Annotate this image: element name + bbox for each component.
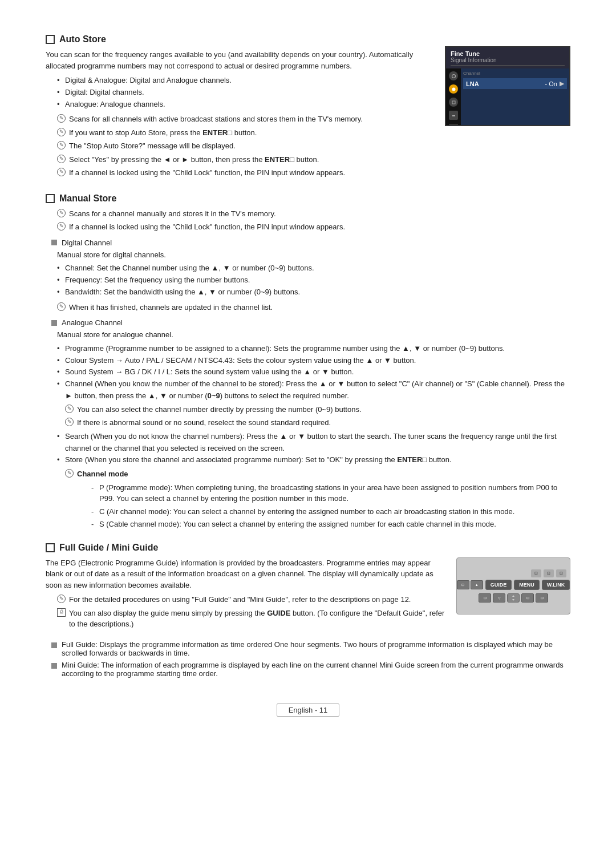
note-icon-2: ✎ [57, 141, 66, 149]
dash-item-1: C (Air channel mode): You can select a c… [65, 506, 570, 518]
manual-store-note-0: ✎ Scans for a channel manually and store… [46, 208, 570, 220]
note-icon-ac-1: ✎ [65, 418, 74, 426]
guide-type-bullets: Full Guide: Displays the programme infor… [46, 640, 570, 678]
auto-store-bullets: Digital & Analogue: Digital and Analogue… [46, 75, 433, 110]
note-icon-fg-1: ⎙ [57, 608, 66, 617]
list-item: Search (When you do not know the channel… [57, 431, 570, 455]
list-item: Digital & Analogue: Digital and Analogue… [57, 75, 433, 87]
tv-lna-row: LNA - On ▶ [463, 78, 567, 89]
guide-text-col: The EPG (Electronic Programme Guide) inf… [46, 557, 456, 632]
tv-lna-text: LNA [466, 80, 545, 87]
digital-channel-body: Manual store for digital channels. [46, 249, 570, 261]
note-icon-3: ✎ [57, 155, 66, 163]
remote-small-btn-5: ⊡ [521, 593, 534, 603]
tv-fine-tune-label: Fine Tune [451, 50, 565, 57]
remote-icon-1: ⊡ [531, 569, 541, 577]
channel-mode-note: ✎ Channel mode [65, 468, 570, 480]
note-icon-ms-1: ✎ [57, 222, 66, 231]
remote-small-btn-6: ⊡ [536, 593, 548, 603]
analogue-channel-body: Manual store for analogue channel. [46, 329, 570, 341]
digital-channel-title: Digital Channel [62, 238, 112, 247]
remote-icon-2: ⊡ [544, 569, 554, 577]
tv-body: Channel LNA - On ▶ [446, 68, 569, 126]
manual-store-note-1: ✎ If a channel is locked using the "Chil… [46, 221, 570, 233]
full-guide-header: Full Guide / Mini Guide [46, 543, 570, 553]
auto-store-text-col: You can scan for the frequency ranges av… [46, 49, 445, 181]
remote-small-btn-2: ▲ [471, 580, 483, 589]
svg-point-0 [452, 74, 455, 78]
analogue-channel-title: Analogue Channel [62, 318, 123, 327]
full-guide-bullet: Full Guide: Displays the programme infor… [46, 640, 570, 657]
auto-store-note-4: ✎ If a channel is locked using the "Chil… [46, 167, 433, 179]
tv-lna-arrow: ▶ [560, 80, 564, 87]
channel-mode-block: ✎ Channel mode P (Programme mode): When … [65, 468, 570, 530]
analogue-channel-header: Analogue Channel [46, 318, 570, 327]
note-icon-fg-0: ✎ [57, 595, 66, 603]
auto-store-note-0: ✎ Scans for all channels with active bro… [46, 114, 433, 125]
full-guide-intro: The EPG (Electronic Programme Guide) inf… [46, 557, 445, 591]
wlink-button[interactable]: W.LINK [542, 580, 570, 590]
footer: English - 11 [46, 701, 570, 719]
dash-item-2: S (Cable channel mode): You can select a… [65, 519, 570, 530]
auto-store-content: You can scan for the frequency ranges av… [46, 49, 570, 181]
tv-signal-info-label: Signal Information [451, 57, 565, 66]
note-icon-cm: ✎ [65, 469, 74, 478]
list-item: Programme (Programme number to be assign… [57, 343, 570, 355]
tv-icon-circle-1 [449, 71, 458, 80]
footer-badge: English - 11 [277, 704, 340, 717]
auto-store-checkbox-icon [46, 35, 55, 44]
svg-marker-5 [512, 599, 514, 601]
list-item: Digital: Digital channels. [57, 87, 433, 99]
remote-left-col: ⊡ ▲ [457, 580, 483, 589]
remote-small-row-top: ⊡ ▲ [457, 580, 483, 589]
remote-control-image: ⊡ ⊡ ⊡ ⊡ ▲ GUIDE MENU W.LINK ⊡ ▽ [456, 557, 570, 614]
remote-dpad [507, 593, 520, 603]
tv-screen-wrapper: Fine Tune Signal Information [445, 49, 570, 126]
remote-small-btn-4: ▽ [493, 593, 505, 603]
full-guide-note-0: ✎ For the detailed procedures on using "… [46, 594, 445, 605]
analogue-channel-bullets: Programme (Programme number to be assign… [46, 343, 570, 530]
tv-lna-value: - On [545, 80, 557, 87]
list-item: Analogue: Analogue channels. [57, 99, 433, 111]
note-icon-ms-0: ✎ [57, 209, 66, 217]
tv-icon-circle-3 [449, 98, 458, 107]
full-guide-note-1: ⎙ You can also display the guide menu si… [46, 608, 445, 630]
tv-content: Channel LNA - On ▶ [461, 68, 569, 126]
auto-store-title: Auto Store [59, 34, 106, 45]
small-square-icon-analogue [51, 320, 57, 326]
auto-store-note-2: ✎ The "Stop Auto Store?" message will be… [46, 140, 433, 152]
small-square-icon-digital [51, 240, 57, 245]
tv-icon-square-1 [449, 111, 458, 120]
full-guide-section: Full Guide / Mini Guide The EPG (Electro… [46, 543, 570, 678]
svg-rect-3 [452, 115, 455, 116]
remote-small-btn-1: ⊡ [457, 580, 469, 589]
list-item: Store (When you store the channel and as… [57, 454, 570, 529]
mini-guide-bullet: Mini Guide: The information of each prog… [46, 661, 570, 678]
digital-channel-bullets: Channel: Set the Channel number using th… [46, 262, 570, 298]
manual-store-header: Manual Store [46, 193, 570, 204]
analogue-inner-note-0: ✎ You can also select the channel number… [65, 404, 570, 415]
small-square-mg [51, 663, 57, 669]
remote-bottom-row: ⊡ ▽ ⊡ ⊡ [479, 593, 548, 603]
remote-icon-3: ⊡ [556, 569, 566, 577]
guide-button[interactable]: GUIDE [485, 580, 512, 590]
note-icon-ac-0: ✎ [65, 405, 74, 413]
digital-channel-header: Digital Channel [46, 238, 570, 247]
remote-small-btn-3: ⊡ [479, 593, 491, 603]
full-guide-content: The EPG (Electronic Programme Guide) inf… [46, 557, 570, 632]
list-item: Frequency: Set the frequency using the n… [57, 274, 570, 286]
note-icon-0: ✎ [57, 114, 66, 123]
note-icon-4: ✎ [57, 168, 66, 176]
svg-rect-2 [452, 101, 455, 104]
analogue-inner-note-1: ✎ If there is abnormal sound or no sound… [65, 417, 570, 428]
manual-store-title: Manual Store [59, 193, 116, 204]
list-item: Channel (When you know the number of the… [57, 378, 570, 428]
dash-item-0: P (Programme mode): When completing tuni… [65, 482, 570, 504]
list-item: Bandwidth: Set the bandwidth using the ▲… [57, 286, 570, 298]
manual-store-section: Manual Store ✎ Scans for a channel manua… [46, 193, 570, 530]
tv-channel-label: Channel [463, 71, 567, 76]
menu-button[interactable]: MENU [514, 580, 540, 590]
tv-sidebar-icons [446, 68, 461, 126]
auto-store-header: Auto Store [46, 34, 570, 45]
tv-icon-circle-2 [449, 84, 458, 94]
